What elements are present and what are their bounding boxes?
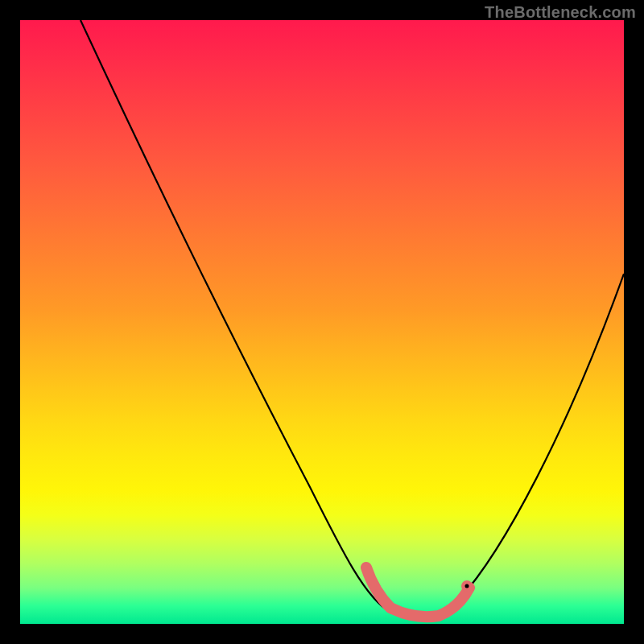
- optimal-range-highlight: [366, 568, 469, 617]
- watermark-text: TheBottleneck.com: [485, 3, 636, 22]
- chart-svg: [20, 20, 624, 624]
- chart-plot-area: [20, 20, 624, 624]
- chart-stage: TheBottleneck.com: [0, 0, 644, 644]
- optimal-point-dot: [465, 584, 469, 588]
- bottleneck-curve: [80, 20, 624, 616]
